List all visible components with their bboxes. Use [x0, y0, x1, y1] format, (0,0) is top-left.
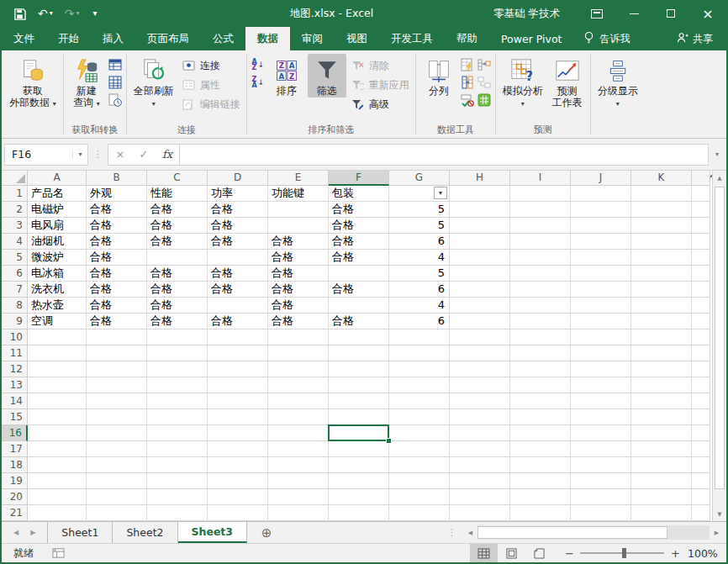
cell-A19[interactable]	[28, 473, 87, 489]
cell-B19[interactable]	[87, 473, 147, 489]
cell-H20[interactable]	[450, 489, 510, 505]
cell-C4[interactable]: 合格	[147, 234, 208, 250]
scroll-up-icon[interactable]: ▲	[713, 171, 726, 185]
cell-F7[interactable]: 合格	[329, 282, 389, 298]
cell-J8[interactable]	[571, 298, 631, 314]
cell-B10[interactable]	[87, 329, 147, 345]
cell-B6[interactable]: 合格	[87, 266, 147, 282]
cell-K1[interactable]	[631, 186, 692, 202]
cell-F6[interactable]	[329, 266, 389, 282]
cell-D15[interactable]	[208, 409, 268, 425]
cell-K13[interactable]	[631, 377, 692, 393]
cell-C10[interactable]	[147, 329, 208, 345]
tab-帮助[interactable]: 帮助	[445, 27, 489, 50]
from-table-icon[interactable]	[108, 57, 123, 72]
cell-I15[interactable]	[510, 409, 571, 425]
cell-E3[interactable]	[268, 218, 329, 234]
row-header-8[interactable]: 8	[2, 298, 28, 314]
cell-G3[interactable]: 5	[389, 218, 450, 234]
row-header-6[interactable]: 6	[2, 266, 28, 282]
cell-I9[interactable]	[510, 314, 571, 329]
tab-scrollbar-grip[interactable]: ⋮	[440, 522, 463, 543]
cell-G14[interactable]	[389, 393, 450, 409]
horizontal-scrollbar[interactable]: ◀ ▶	[463, 522, 724, 543]
cell-E10[interactable]	[268, 329, 329, 345]
cell-E13[interactable]	[268, 377, 329, 393]
cell-K20[interactable]	[631, 489, 692, 505]
maximize-button[interactable]	[652, 0, 689, 27]
cell-I19[interactable]	[510, 473, 571, 489]
cell-C20[interactable]	[147, 489, 208, 505]
cell-H18[interactable]	[450, 457, 510, 473]
cell-D1[interactable]: 功率	[208, 186, 268, 202]
cell-H2[interactable]	[450, 202, 510, 218]
advanced-filter-button[interactable]: 高级	[348, 96, 412, 113]
scroll-down-icon[interactable]: ▼	[713, 507, 726, 521]
row-header-10[interactable]: 10	[2, 329, 28, 345]
cell-E21[interactable]	[268, 505, 329, 521]
name-box[interactable]: F16 ▾	[4, 144, 88, 166]
name-box-value[interactable]: F16	[5, 148, 72, 161]
text-to-columns-button[interactable]: 分列	[419, 54, 458, 98]
tab-视图[interactable]: 视图	[335, 27, 379, 50]
row-header-9[interactable]: 9	[2, 314, 28, 329]
share-button[interactable]: 共享	[676, 27, 726, 50]
cell-G12[interactable]	[389, 361, 450, 377]
cell-F1[interactable]: 包装	[329, 186, 389, 202]
cell-C12[interactable]	[147, 361, 208, 377]
cell-F3[interactable]: 合格	[329, 218, 389, 234]
cell-E20[interactable]	[268, 489, 329, 505]
cell-J13[interactable]	[571, 377, 631, 393]
cell-G15[interactable]	[389, 409, 450, 425]
name-box-dropdown-icon[interactable]: ▾	[72, 150, 87, 158]
cell-J21[interactable]	[571, 505, 631, 521]
cell-A14[interactable]	[28, 393, 87, 409]
cell-D18[interactable]	[208, 457, 268, 473]
cell-H4[interactable]	[450, 234, 510, 250]
cell-A17[interactable]	[28, 441, 87, 457]
cell-B7[interactable]: 合格	[87, 282, 147, 298]
row-header-3[interactable]: 3	[2, 218, 28, 234]
cell-B16[interactable]	[87, 425, 147, 441]
cell-G7[interactable]: 6	[389, 282, 450, 298]
cell-E1[interactable]: 功能键	[268, 186, 329, 202]
cell-I2[interactable]	[510, 202, 571, 218]
cell-K7[interactable]	[631, 282, 692, 298]
new-query-button[interactable]: 新建 查询 ▾	[67, 54, 106, 111]
cell-G21[interactable]	[389, 505, 450, 521]
cell-C9[interactable]: 合格	[147, 314, 208, 329]
cell-I14[interactable]	[510, 393, 571, 409]
cell-D3[interactable]: 合格	[208, 218, 268, 234]
cell-J15[interactable]	[571, 409, 631, 425]
cell-E2[interactable]	[268, 202, 329, 218]
cell-J4[interactable]	[571, 234, 631, 250]
cell-F2[interactable]: 合格	[329, 202, 389, 218]
cell-K2[interactable]	[631, 202, 692, 218]
cell-I18[interactable]	[510, 457, 571, 473]
cell-F20[interactable]	[329, 489, 389, 505]
cell-C16[interactable]	[147, 425, 208, 441]
cell-F18[interactable]	[329, 457, 389, 473]
zoom-out-icon[interactable]: −	[565, 547, 573, 560]
what-if-analysis-button[interactable]: ? 模拟分析▾	[499, 54, 546, 111]
cell-G13[interactable]	[389, 377, 450, 393]
cell-A18[interactable]	[28, 457, 87, 473]
row-header-19[interactable]: 19	[2, 473, 28, 489]
cell-J7[interactable]	[571, 282, 631, 298]
row-header-20[interactable]: 20	[2, 489, 28, 505]
cell-A21[interactable]	[28, 505, 87, 521]
cell-B13[interactable]	[87, 377, 147, 393]
sort-za-icon[interactable]: ZA↓	[251, 75, 266, 90]
flash-fill-icon[interactable]	[460, 57, 475, 72]
cell-H17[interactable]	[450, 441, 510, 457]
cell-K8[interactable]	[631, 298, 692, 314]
zoom-slider[interactable]	[580, 552, 664, 554]
cell-I12[interactable]	[510, 361, 571, 377]
row-header-4[interactable]: 4	[2, 234, 28, 250]
cell-H7[interactable]	[450, 282, 510, 298]
cell-A4[interactable]: 油烟机	[28, 234, 87, 250]
cell-G4[interactable]: 6	[389, 234, 450, 250]
cell-K4[interactable]	[631, 234, 692, 250]
cell-B21[interactable]	[87, 505, 147, 521]
scroll-right-icon[interactable]: ▶	[710, 525, 724, 540]
